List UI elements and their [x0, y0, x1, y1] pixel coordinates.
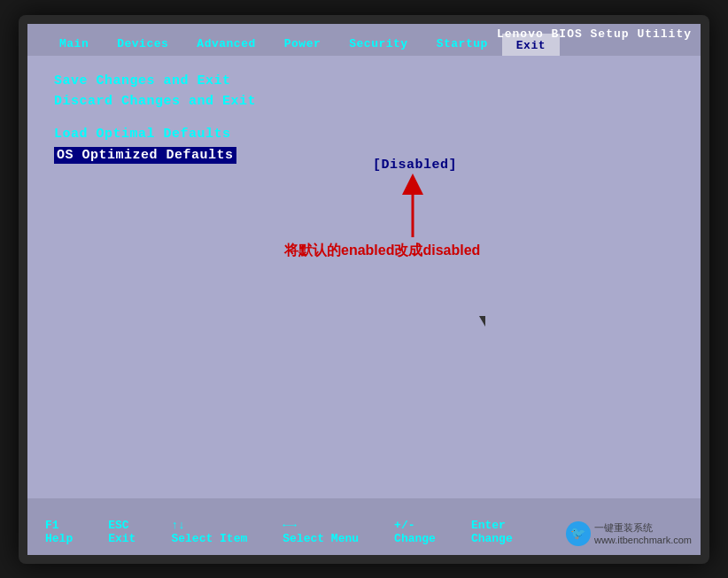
tab-advanced[interactable]: Advanced	[182, 32, 269, 56]
twitter-icon: 🐦	[566, 521, 591, 546]
status-key-f1: F1	[45, 519, 59, 532]
red-arrow-icon	[395, 171, 430, 242]
tab-power[interactable]: Power	[270, 32, 336, 56]
watermark-text: 一键重装系统www.itbenchmark.com	[594, 521, 692, 545]
status-key-enter: Enter	[471, 519, 506, 532]
status-bar: F1 Help ESC Exit ↑↓ Select Item ←→ Selec…	[27, 509, 701, 555]
status-key-plusminus: +/-	[394, 519, 414, 532]
tab-security[interactable]: Security	[335, 32, 422, 56]
os-optimized-defaults[interactable]: OS Optimized Defaults	[54, 147, 236, 164]
status-key-esc: ESC	[108, 519, 128, 532]
tab-main[interactable]: Main	[45, 32, 103, 56]
status-leftright: ←→ Select Menu	[283, 519, 359, 545]
status-desc-plusminus: Change	[394, 532, 436, 545]
annotation-text: 将默认的enabled改成disabled	[284, 242, 480, 260]
bios-title: Lenovo BIOS Setup Utility	[497, 27, 692, 41]
status-desc-updown: Select Item	[171, 532, 247, 545]
status-key-updown: ↑↓	[171, 519, 185, 532]
tab-devices[interactable]: Devices	[103, 32, 182, 56]
status-key-leftright: ←→	[283, 519, 297, 532]
status-f1: F1 Help	[45, 519, 73, 545]
status-esc: ESC Exit	[108, 519, 136, 545]
mouse-cursor	[479, 316, 485, 327]
status-plusminus: +/- Change	[394, 519, 436, 545]
watermark: 🐦 一键重装系统www.itbenchmark.com	[566, 521, 692, 546]
status-desc-f1: Help	[45, 532, 73, 545]
status-enter: Enter Change	[471, 519, 513, 545]
discard-changes-exit[interactable]: Discard Changes and Exit	[54, 94, 674, 109]
menu-tabs: Main Devices Advanced Power Security Sta…	[27, 24, 560, 56]
tab-startup[interactable]: Startup	[422, 32, 502, 56]
content-area: Save Changes and Exit Discard Changes an…	[27, 56, 701, 498]
menu-bar: Lenovo BIOS Setup Utility Main Devices A…	[27, 24, 701, 56]
spacer1	[54, 114, 674, 127]
bios-screen: Lenovo BIOS Setup Utility Main Devices A…	[27, 24, 701, 555]
load-optimal-defaults[interactable]: Load Optimal Defaults	[54, 127, 674, 142]
status-desc-esc: Exit	[108, 532, 136, 545]
monitor: Lenovo BIOS Setup Utility Main Devices A…	[19, 15, 709, 564]
status-desc-leftright: Select Menu	[283, 532, 359, 545]
status-updown: ↑↓ Select Item	[171, 519, 247, 545]
save-changes-exit[interactable]: Save Changes and Exit	[54, 73, 674, 89]
status-desc-enter: Change	[471, 532, 513, 545]
